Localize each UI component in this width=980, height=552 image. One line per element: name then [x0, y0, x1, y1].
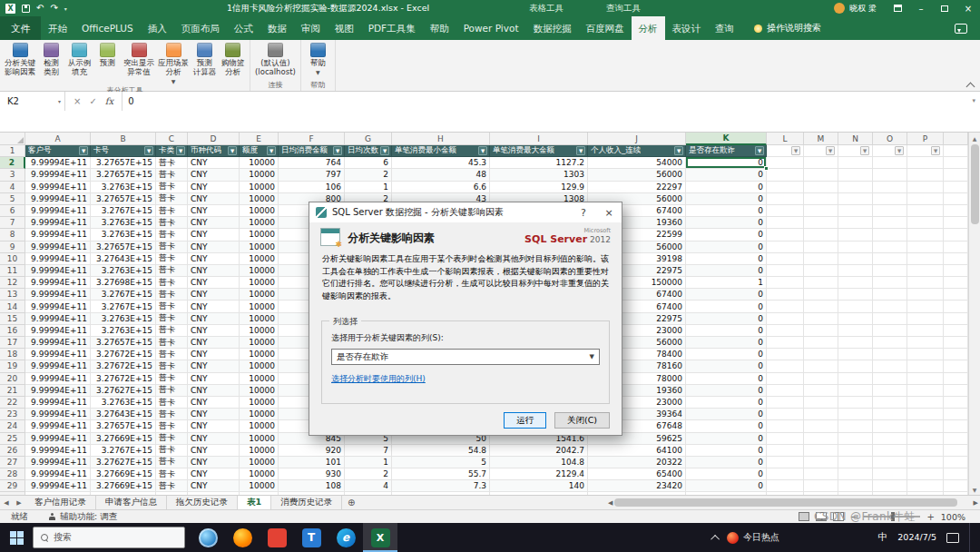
- header-empty-cell[interactable]: ▼: [873, 145, 907, 157]
- empty-cell[interactable]: [804, 205, 838, 217]
- empty-cell[interactable]: [767, 433, 804, 445]
- empty-cell[interactable]: [944, 229, 968, 241]
- tell-me-search[interactable]: 操作说明搜索: [754, 16, 821, 40]
- cell-K7[interactable]: 0: [686, 217, 767, 229]
- cell-A13[interactable]: 9.99994E+11: [25, 289, 91, 301]
- cell-I3[interactable]: 1303: [490, 169, 588, 181]
- comments-icon[interactable]: [955, 24, 967, 34]
- cell-B16[interactable]: 3.2763E+15: [91, 325, 156, 337]
- empty-cell[interactable]: [838, 229, 873, 241]
- user-name[interactable]: 晓权 梁: [849, 3, 877, 15]
- empty-cell[interactable]: [804, 468, 838, 480]
- cell-J27[interactable]: 20322: [588, 457, 686, 468]
- ribbon-tab-帮助[interactable]: 帮助: [423, 16, 456, 40]
- empty-cell[interactable]: [804, 289, 838, 301]
- row-header-5[interactable]: 5: [0, 193, 25, 205]
- cell-A28[interactable]: 9.99994E+11: [25, 468, 91, 480]
- filter-icon[interactable]: ▼: [674, 146, 683, 155]
- cell-I29[interactable]: 140: [490, 480, 588, 492]
- empty-cell[interactable]: [838, 277, 873, 289]
- cell-E23[interactable]: 10000: [240, 409, 279, 420]
- empty-cell[interactable]: [804, 337, 838, 349]
- close-button[interactable]: ×: [956, 0, 980, 16]
- empty-cell[interactable]: [873, 205, 907, 217]
- empty-cell[interactable]: [838, 337, 873, 349]
- vertical-scroll-thumb[interactable]: [971, 144, 979, 224]
- empty-cell[interactable]: [804, 193, 838, 205]
- filter-icon[interactable]: ▼: [576, 146, 585, 155]
- cell-K14[interactable]: 0: [686, 301, 767, 312]
- cell-E19[interactable]: 10000: [240, 360, 279, 372]
- cell-A10[interactable]: 9.99994E+11: [25, 253, 91, 265]
- cell-D13[interactable]: CNY: [188, 289, 240, 301]
- cell-C5[interactable]: 普卡: [156, 193, 188, 205]
- formula-input[interactable]: 0: [122, 92, 980, 111]
- empty-cell[interactable]: [838, 433, 873, 445]
- cell-B24[interactable]: 3.27657E+15: [91, 420, 156, 432]
- empty-cell[interactable]: [944, 182, 968, 193]
- empty-cell[interactable]: [944, 277, 968, 289]
- row-header-20[interactable]: 20: [0, 373, 25, 385]
- minimize-button[interactable]: –: [909, 0, 933, 16]
- empty-cell[interactable]: [907, 420, 944, 432]
- ribbon-tab-公式[interactable]: 公式: [227, 16, 260, 40]
- sheet-nav-right-icon[interactable]: ▶: [13, 496, 25, 509]
- cell-K17[interactable]: 0: [686, 337, 767, 349]
- cell-K23[interactable]: 0: [686, 409, 767, 420]
- empty-cell[interactable]: [767, 397, 804, 409]
- empty-cell[interactable]: [907, 169, 944, 181]
- empty-cell[interactable]: [873, 397, 907, 409]
- undo-icon[interactable]: ↶: [36, 0, 44, 16]
- empty-cell[interactable]: [767, 253, 804, 265]
- empty-cell[interactable]: [907, 253, 944, 265]
- row-header-17[interactable]: 17: [0, 337, 25, 349]
- filter-icon[interactable]: ▼: [931, 146, 940, 155]
- cell-A2[interactable]: 9.99994E+11: [25, 157, 91, 169]
- empty-cell[interactable]: [804, 397, 838, 409]
- ribbon-button-检测类别[interactable]: 检测 类别: [37, 41, 65, 77]
- cell-H27[interactable]: 5: [392, 457, 490, 468]
- cell-E26[interactable]: 10000: [240, 445, 279, 457]
- cell-D12[interactable]: CNY: [188, 277, 240, 289]
- row-header-3[interactable]: 3: [0, 169, 25, 181]
- empty-cell[interactable]: [804, 385, 838, 397]
- empty-cell[interactable]: [804, 277, 838, 289]
- empty-cell[interactable]: [907, 205, 944, 217]
- empty-cell[interactable]: [944, 337, 968, 349]
- cell-B26[interactable]: 3.2767E+15: [91, 445, 156, 457]
- empty-cell[interactable]: [838, 349, 873, 360]
- empty-cell[interactable]: [873, 337, 907, 349]
- cell-D27[interactable]: CNY: [188, 457, 240, 468]
- horizontal-scroll-thumb[interactable]: [614, 498, 956, 507]
- empty-cell[interactable]: [804, 360, 838, 372]
- filter-icon[interactable]: ▼: [79, 146, 88, 155]
- cell-K4[interactable]: 0: [686, 182, 767, 193]
- cell-I26[interactable]: 2042.7: [490, 445, 588, 457]
- cell-A4[interactable]: 9.99994E+11: [25, 182, 91, 193]
- cell-E13[interactable]: 10000: [240, 289, 279, 301]
- empty-cell[interactable]: [838, 157, 873, 169]
- cell-A17[interactable]: 9.99994E+11: [25, 337, 91, 349]
- empty-cell[interactable]: [767, 420, 804, 432]
- cell-C19[interactable]: 普卡: [156, 360, 188, 372]
- column-header-N[interactable]: N: [838, 133, 873, 145]
- table-header-日均消费金额[interactable]: 日均消费金额▼: [279, 145, 345, 157]
- empty-cell[interactable]: [944, 242, 968, 253]
- dialog-close-button[interactable]: 关闭(C): [554, 412, 610, 429]
- filter-icon[interactable]: ▼: [755, 146, 764, 155]
- table-header-个人收入_连续[interactable]: 个人收入_连续▼: [588, 145, 686, 157]
- empty-cell[interactable]: [767, 229, 804, 241]
- column-header-K[interactable]: K: [686, 133, 767, 145]
- cell-A24[interactable]: 9.99994E+11: [25, 420, 91, 432]
- row-header-6[interactable]: 6: [0, 205, 25, 217]
- ribbon-button-应用场景分析[interactable]: 应用场景 分析▼: [156, 41, 191, 84]
- header-empty-cell[interactable]: ▼: [767, 145, 804, 157]
- insert-function-icon[interactable]: fx: [105, 96, 113, 106]
- empty-cell[interactable]: [873, 349, 907, 360]
- taskbar-capture-tool[interactable]: [191, 523, 225, 552]
- taskbar-firefox[interactable]: [225, 523, 260, 552]
- cell-C15[interactable]: 普卡: [156, 313, 188, 325]
- scroll-right-icon[interactable]: ▶: [974, 499, 978, 507]
- dialog-close-icon[interactable]: ×: [596, 202, 622, 222]
- ribbon-display-options-icon[interactable]: [886, 0, 909, 16]
